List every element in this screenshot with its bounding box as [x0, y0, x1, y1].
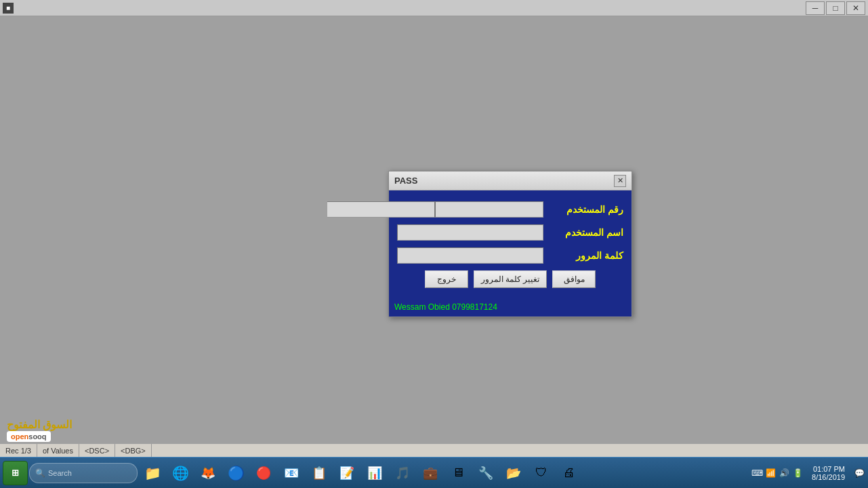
status-bar: Rec 1/3 of Values <DSC> <DBG>	[0, 443, 868, 457]
taskbar-icon-file-explorer[interactable]: 📁	[139, 460, 166, 487]
dialog-titlebar: PASS ✕	[389, 171, 632, 190]
tray-icon-battery[interactable]: 🔋	[791, 467, 804, 479]
windows-icon: ⊞	[12, 468, 19, 478]
list-of-values-text: of Values	[43, 447, 73, 455]
taskbar: ⊞ 🔍 Search 📁 🌐 🦊 🔵 🔴 📧 📋 📝 📊 🎵 💼 🖥 🔧 📂 🛡…	[0, 457, 868, 488]
title-bar-controls: ─ □ ✕	[806, 1, 865, 15]
taskbar-icon-app1[interactable]: 📧	[278, 460, 305, 487]
title-bar: ■ ─ □ ✕	[0, 0, 868, 16]
user-name-row: اسم المستخدم	[397, 224, 623, 241]
clock-time: 01:07 PM	[812, 465, 845, 473]
tray-icon-1[interactable]: ⌨	[751, 467, 763, 479]
tray-icon-volume[interactable]: 🔊	[778, 467, 790, 479]
taskbar-icon-edge[interactable]: 🌐	[167, 460, 194, 487]
notification-button[interactable]: 💬	[853, 467, 865, 479]
desktop: PASS ✕ رقم المستخدم اسم المستخدم كلمة ال	[0, 16, 868, 457]
taskbar-icon-app6[interactable]: 🔧	[472, 460, 499, 487]
dialog-footer: Wessam Obied 0799817124	[389, 299, 632, 317]
user-number-input-1[interactable]	[435, 201, 543, 218]
password-input[interactable]	[397, 247, 543, 264]
maximize-button[interactable]: □	[826, 1, 845, 15]
taskbar-icon-excel[interactable]: 📊	[361, 460, 388, 487]
record-label: Rec	[5, 447, 19, 455]
taskbar-icon-firefox[interactable]: 🦊	[194, 460, 222, 487]
taskbar-icon-chrome[interactable]: 🔴	[250, 460, 277, 487]
arabic-logo: السوق المفتوح	[7, 418, 72, 431]
clock-date: 8/16/2019	[812, 473, 845, 481]
dbg-status: <DBG>	[115, 444, 152, 457]
opensooq-watermark: السوق المفتوح opensooq	[7, 418, 72, 442]
record-status: Rec 1/3	[0, 444, 37, 457]
taskbar-search[interactable]: 🔍 Search	[29, 463, 138, 483]
user-number-input-2[interactable]	[327, 201, 435, 218]
dialog-title: PASS	[394, 176, 417, 186]
taskbar-icon-word[interactable]: 📝	[333, 460, 360, 487]
dbg-text: <DBG>	[121, 447, 146, 455]
user-number-label: رقم المستخدم	[549, 204, 623, 215]
start-button[interactable]: ⊞	[3, 461, 28, 485]
dialog-close-button[interactable]: ✕	[614, 175, 626, 187]
footer-text: Wessam Obied 0799817124	[394, 302, 497, 312]
taskbar-icon-app7[interactable]: 📂	[500, 460, 527, 487]
opensooq-logo: opensooq	[7, 431, 51, 442]
minimize-button[interactable]: ─	[806, 1, 825, 15]
confirm-button[interactable]: موافق	[552, 270, 596, 288]
taskbar-icon-app9[interactable]: 🖨	[556, 460, 583, 487]
list-of-values-status: of Values	[37, 444, 79, 457]
app-icon: ■	[3, 3, 14, 14]
taskbar-icon-app8[interactable]: 🛡	[528, 460, 555, 487]
dsc-status: <DSC>	[79, 444, 115, 457]
taskbar-icon-app5[interactable]: 🖥	[445, 460, 472, 487]
search-placeholder: Search	[48, 469, 72, 477]
record-num: 1/3	[21, 447, 31, 455]
exit-button[interactable]: خروج	[425, 270, 468, 288]
user-number-row: رقم المستخدم	[397, 201, 623, 218]
pass-dialog: PASS ✕ رقم المستخدم اسم المستخدم كلمة ال	[388, 171, 632, 317]
taskbar-icon-ie[interactable]: 🔵	[222, 460, 249, 487]
search-icon: 🔍	[35, 468, 45, 478]
taskbar-app-icons: 📁 🌐 🦊 🔵 🔴 📧 📋 📝 📊 🎵 💼 🖥 🔧 📂 🛡 🖨	[139, 460, 749, 487]
password-label: كلمة المرور	[549, 250, 623, 261]
buttons-row: موافق تغيير كلمة المرور خروج	[397, 270, 623, 288]
dsc-text: <DSC>	[85, 447, 109, 455]
taskbar-icon-app3[interactable]: 🎵	[389, 460, 416, 487]
user-name-label: اسم المستخدم	[549, 227, 623, 238]
user-name-input[interactable]	[397, 224, 543, 241]
change-password-button[interactable]: تغيير كلمة المرور	[474, 270, 547, 288]
title-bar-left: ■	[3, 3, 14, 14]
taskbar-right: ⌨ 📶 🔊 🔋 01:07 PM 8/16/2019 💬	[751, 465, 865, 481]
clock[interactable]: 01:07 PM 8/16/2019	[806, 465, 850, 481]
password-row: كلمة المرور	[397, 247, 623, 264]
taskbar-icon-app2[interactable]: 📋	[306, 460, 333, 487]
system-tray: ⌨ 📶 🔊 🔋	[751, 467, 804, 479]
taskbar-icon-app4[interactable]: 💼	[417, 460, 444, 487]
user-number-inputs	[327, 201, 543, 218]
dialog-body: رقم المستخدم اسم المستخدم كلمة المرور مو…	[389, 190, 632, 299]
close-button[interactable]: ✕	[846, 1, 865, 15]
tray-icon-network[interactable]: 📶	[764, 467, 777, 479]
